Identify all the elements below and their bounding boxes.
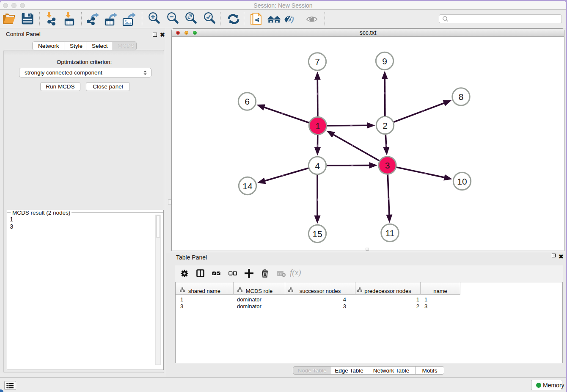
svg-text:8: 8 [459, 92, 464, 102]
svg-text:7: 7 [315, 57, 320, 66]
svg-text:4: 4 [315, 161, 320, 171]
svg-text:15: 15 [312, 229, 322, 239]
svg-text:6: 6 [245, 97, 250, 106]
svg-text:9: 9 [382, 56, 387, 66]
svg-text:11: 11 [385, 228, 395, 238]
svg-text:f(x): f(x) [290, 268, 301, 277]
svg-text:3: 3 [385, 160, 390, 170]
svg-text:1: 1 [315, 121, 320, 131]
svg-text:2: 2 [383, 121, 388, 130]
svg-text:14: 14 [242, 181, 253, 191]
svg-text:10: 10 [457, 177, 467, 186]
